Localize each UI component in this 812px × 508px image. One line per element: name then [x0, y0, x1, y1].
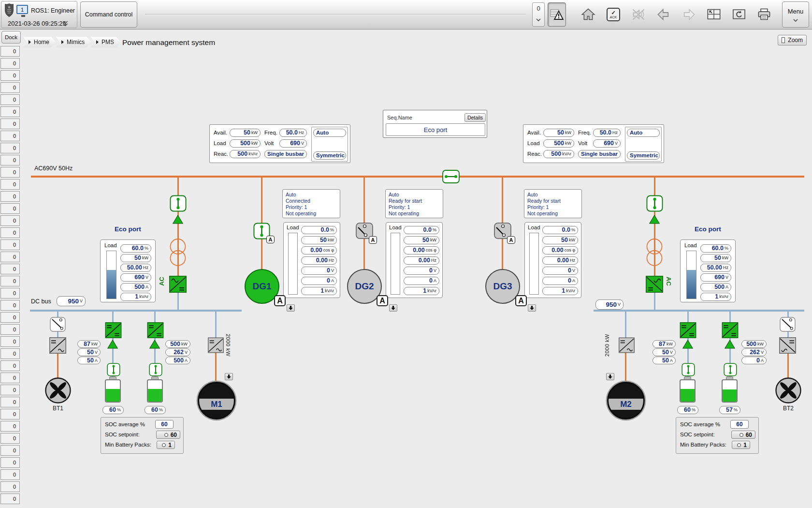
dock-counter-cell[interactable]: 0: [0, 481, 20, 492]
ack-button[interactable]: ✓ACK: [603, 4, 624, 25]
min-battery-packs-button[interactable]: 1: [157, 441, 175, 449]
dock-counter-cell[interactable]: 0: [0, 373, 20, 383]
breadcrumb-home[interactable]: Home: [23, 37, 56, 47]
forward-button[interactable]: [678, 4, 699, 25]
dg2-expand-button[interactable]: [389, 304, 397, 312]
dock-counter-cell[interactable]: 0: [0, 493, 20, 504]
dock-counter-cell[interactable]: 0: [0, 421, 20, 432]
dock-counter-cell[interactable]: 0: [0, 409, 20, 419]
batteryL1-breaker-closed[interactable]: [107, 363, 120, 376]
eco-right-breaker-closed[interactable]: [646, 195, 663, 212]
batteryL1[interactable]: [105, 379, 121, 403]
batteryL2[interactable]: [147, 379, 163, 403]
batteryL2-breaker-closed[interactable]: [149, 363, 162, 376]
batteryR2-breaker-closed[interactable]: [724, 363, 737, 376]
m1-dcac-converter[interactable]: [208, 337, 224, 353]
datetime-dropdown-icon2[interactable]: [63, 23, 68, 26]
dg3-breaker-auto-badge[interactable]: A: [507, 236, 515, 244]
dock-counter-cell[interactable]: 0: [0, 227, 20, 238]
bt2-converter[interactable]: [779, 337, 796, 354]
bt2-thruster-fan[interactable]: [775, 377, 802, 404]
dock-counter-cell[interactable]: 0: [0, 385, 20, 395]
m2-expand-button[interactable]: [606, 373, 614, 380]
eco-right-acdc-converter[interactable]: [646, 276, 663, 293]
bt1-thruster-fan[interactable]: [44, 377, 72, 404]
dg1-expand-button[interactable]: [287, 304, 295, 312]
dg3-expand-button[interactable]: [528, 304, 536, 312]
dock-counter-cell[interactable]: 0: [0, 324, 20, 335]
dock-counter-cell[interactable]: 0: [0, 300, 20, 311]
bt1-converter[interactable]: [49, 337, 66, 354]
alarm-counter[interactable]: 0: [532, 2, 545, 27]
m2-motor[interactable]: M2: [607, 382, 645, 419]
print-button[interactable]: [754, 4, 775, 25]
back-button[interactable]: [653, 4, 674, 25]
dock-counter-cell[interactable]: 0: [0, 252, 20, 262]
breadcrumb-pms[interactable]: PMS: [91, 37, 121, 47]
eco-right-transformer[interactable]: [646, 238, 663, 267]
dock-counter-cell[interactable]: 0: [0, 288, 20, 299]
dock-counter-cell[interactable]: 0: [0, 239, 20, 250]
dock-counter-cell[interactable]: 0: [0, 445, 20, 456]
breadcrumb-mimics[interactable]: Mimics: [56, 37, 91, 47]
dock-counter-cell[interactable]: 0: [0, 82, 20, 93]
home-button[interactable]: [578, 4, 599, 25]
batteryR1-breaker-closed[interactable]: [682, 363, 695, 376]
m2-dcac-converter[interactable]: [619, 337, 635, 353]
dg3-auto-badge[interactable]: A: [515, 295, 527, 306]
alarm-list-button[interactable]: [548, 2, 566, 27]
dock-counter-cell[interactable]: 0: [0, 155, 20, 165]
dock-counter-cell[interactable]: 0: [0, 264, 20, 274]
mute-button[interactable]: [628, 4, 649, 25]
dock-counter-cell[interactable]: 0: [0, 191, 20, 202]
soc-setpoint-button[interactable]: 60: [731, 431, 755, 439]
dg1-breaker-auto-badge[interactable]: A: [266, 236, 275, 243]
split-view-button[interactable]: [703, 4, 725, 25]
bt1-breaker-open[interactable]: [50, 317, 66, 332]
command-control-button[interactable]: Command control: [80, 1, 137, 28]
dock-counter-cell[interactable]: 0: [0, 397, 20, 407]
dock-counter-cell[interactable]: 0: [0, 336, 20, 347]
batteryR1[interactable]: [680, 379, 696, 403]
dock-counter-cell[interactable]: 0: [0, 360, 20, 371]
m1-motor[interactable]: M1: [198, 382, 235, 419]
zoom-toggle[interactable]: Zoom: [778, 35, 807, 45]
batteryR2-dcdc-converter[interactable]: [722, 322, 739, 338]
batteryR1-dcdc-converter[interactable]: [680, 322, 696, 338]
dock-counter-cell[interactable]: 0: [0, 215, 20, 226]
dock-button[interactable]: Dock: [1, 31, 21, 44]
batteryR2[interactable]: [722, 379, 738, 403]
dock-counter-cell[interactable]: 0: [0, 203, 20, 214]
eco-left-breaker-closed[interactable]: [170, 195, 187, 212]
dock-counter-cell[interactable]: 0: [0, 143, 20, 153]
dock-counter-cell[interactable]: 0: [0, 94, 20, 105]
dock-counter-cell[interactable]: 0: [0, 469, 20, 480]
refresh-button[interactable]: [728, 4, 750, 25]
batteryL1-dcdc-converter[interactable]: [105, 322, 122, 338]
zoom-checkbox[interactable]: [782, 37, 785, 43]
eco-left-transformer[interactable]: [169, 238, 187, 267]
dock-counter-cell[interactable]: 0: [0, 46, 20, 57]
bus-tie-breaker[interactable]: [442, 170, 460, 183]
dg1-auto-badge[interactable]: A: [274, 295, 286, 306]
min-battery-packs-button[interactable]: 1: [732, 441, 750, 449]
dock-counter-cell[interactable]: 0: [0, 58, 20, 69]
batteryL2-dcdc-converter[interactable]: [147, 322, 164, 338]
dock-counter-cell[interactable]: 0: [0, 131, 20, 141]
dock-counter-cell[interactable]: 0: [0, 179, 20, 190]
menu-button[interactable]: Menu: [782, 1, 809, 28]
dock-counter-cell[interactable]: 0: [0, 348, 20, 359]
dock-counter-cell[interactable]: 0: [0, 167, 20, 178]
dock-counter-cell[interactable]: 0: [0, 457, 20, 468]
dock-counter-cell[interactable]: 0: [0, 119, 20, 129]
eco-left-acdc-converter[interactable]: [169, 276, 187, 293]
soc-setpoint-button[interactable]: 60: [156, 431, 180, 439]
dock-counter-cell[interactable]: 0: [0, 312, 20, 323]
bt2-breaker-open[interactable]: [780, 317, 796, 332]
dg2-auto-badge[interactable]: A: [377, 295, 388, 306]
details-button[interactable]: Details: [464, 113, 486, 122]
dock-counter-cell[interactable]: 0: [0, 70, 20, 81]
dg2-breaker-auto-badge[interactable]: A: [369, 236, 377, 244]
dock-counter-cell[interactable]: 0: [0, 276, 20, 286]
dock-counter-cell[interactable]: 0: [0, 106, 20, 117]
